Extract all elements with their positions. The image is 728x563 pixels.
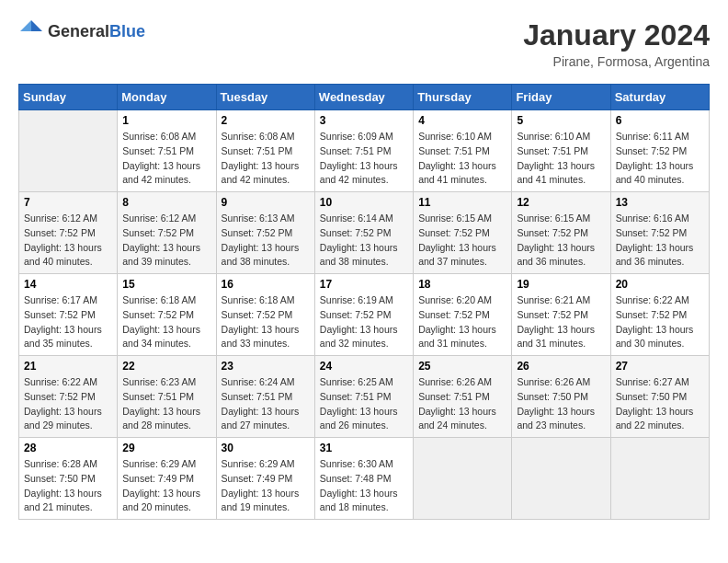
day-number: 29 (122, 442, 210, 454)
day-number: 4 (418, 114, 506, 127)
calendar-cell: 4Sunrise: 6:10 AM Sunset: 7:51 PM Daylig… (414, 110, 512, 192)
day-info: Sunrise: 6:13 AM Sunset: 7:52 PM Dayligh… (222, 212, 310, 270)
day-info: Sunrise: 6:18 AM Sunset: 7:52 PM Dayligh… (122, 293, 210, 351)
week-row-2: 7Sunrise: 6:12 AM Sunset: 7:52 PM Daylig… (19, 192, 710, 274)
day-info: Sunrise: 6:15 AM Sunset: 7:52 PM Dayligh… (517, 212, 605, 270)
day-number: 21 (24, 360, 112, 373)
calendar-table: SundayMondayTuesdayWednesdayThursdayFrid… (18, 84, 710, 520)
day-number: 18 (418, 278, 506, 291)
day-number: 22 (122, 360, 210, 373)
logo-text: GeneralBlue (48, 22, 145, 41)
week-row-5: 28Sunrise: 6:28 AM Sunset: 7:50 PM Dayli… (19, 438, 710, 520)
calendar-cell: 13Sunrise: 6:16 AM Sunset: 7:52 PM Dayli… (610, 192, 709, 274)
day-number: 16 (222, 278, 310, 291)
day-info: Sunrise: 6:23 AM Sunset: 7:51 PM Dayligh… (122, 375, 210, 433)
day-number: 27 (616, 360, 704, 373)
day-info: Sunrise: 6:12 AM Sunset: 7:52 PM Dayligh… (24, 212, 112, 270)
calendar-cell: 21Sunrise: 6:22 AM Sunset: 7:52 PM Dayli… (19, 356, 118, 438)
day-number: 30 (222, 442, 310, 454)
calendar-cell: 11Sunrise: 6:15 AM Sunset: 7:52 PM Dayli… (414, 192, 512, 274)
day-info: Sunrise: 6:20 AM Sunset: 7:52 PM Dayligh… (418, 293, 506, 351)
calendar-cell: 6Sunrise: 6:11 AM Sunset: 7:52 PM Daylig… (610, 110, 709, 192)
day-number: 20 (616, 278, 704, 291)
day-number: 8 (122, 196, 210, 209)
day-info: Sunrise: 6:19 AM Sunset: 7:52 PM Dayligh… (320, 293, 408, 351)
weekday-header-monday: Monday (118, 85, 216, 110)
day-number: 19 (517, 278, 605, 291)
day-info: Sunrise: 6:18 AM Sunset: 7:52 PM Dayligh… (222, 293, 310, 351)
week-row-4: 21Sunrise: 6:22 AM Sunset: 7:52 PM Dayli… (19, 356, 710, 438)
day-number: 24 (320, 360, 408, 373)
day-info: Sunrise: 6:08 AM Sunset: 7:51 PM Dayligh… (122, 130, 210, 188)
logo-blue: Blue (109, 22, 145, 40)
calendar-cell: 15Sunrise: 6:18 AM Sunset: 7:52 PM Dayli… (118, 274, 216, 356)
day-info: Sunrise: 6:29 AM Sunset: 7:49 PM Dayligh… (122, 457, 210, 515)
day-number: 17 (320, 278, 408, 291)
day-number: 26 (517, 360, 605, 373)
day-info: Sunrise: 6:29 AM Sunset: 7:49 PM Dayligh… (222, 457, 310, 515)
weekday-header-friday: Friday (512, 85, 610, 110)
weekday-header-thursday: Thursday (414, 85, 512, 110)
day-info: Sunrise: 6:26 AM Sunset: 7:51 PM Dayligh… (418, 375, 506, 433)
day-info: Sunrise: 6:30 AM Sunset: 7:48 PM Dayligh… (320, 457, 408, 515)
logo: GeneralBlue (18, 18, 145, 44)
day-number: 31 (320, 442, 408, 454)
day-info: Sunrise: 6:14 AM Sunset: 7:52 PM Dayligh… (320, 212, 408, 270)
calendar-cell: 31Sunrise: 6:30 AM Sunset: 7:48 PM Dayli… (314, 438, 413, 520)
calendar-cell: 2Sunrise: 6:08 AM Sunset: 7:51 PM Daylig… (216, 110, 314, 192)
weekday-header-wednesday: Wednesday (314, 85, 413, 110)
calendar-cell: 26Sunrise: 6:26 AM Sunset: 7:50 PM Dayli… (512, 356, 610, 438)
calendar-cell: 30Sunrise: 6:29 AM Sunset: 7:49 PM Dayli… (216, 438, 314, 520)
calendar-cell: 22Sunrise: 6:23 AM Sunset: 7:51 PM Dayli… (118, 356, 216, 438)
day-number: 13 (616, 196, 704, 209)
svg-marker-0 (31, 20, 42, 31)
calendar-cell: 18Sunrise: 6:20 AM Sunset: 7:52 PM Dayli… (414, 274, 512, 356)
day-info: Sunrise: 6:27 AM Sunset: 7:50 PM Dayligh… (616, 375, 704, 433)
day-info: Sunrise: 6:22 AM Sunset: 7:52 PM Dayligh… (616, 293, 704, 351)
day-info: Sunrise: 6:15 AM Sunset: 7:52 PM Dayligh… (418, 212, 506, 270)
day-number: 5 (517, 114, 605, 127)
day-number: 1 (122, 114, 210, 127)
day-info: Sunrise: 6:10 AM Sunset: 7:51 PM Dayligh… (418, 130, 506, 188)
day-number: 9 (222, 196, 310, 209)
calendar-cell: 17Sunrise: 6:19 AM Sunset: 7:52 PM Dayli… (314, 274, 413, 356)
calendar-cell: 23Sunrise: 6:24 AM Sunset: 7:51 PM Dayli… (216, 356, 314, 438)
day-number: 23 (222, 360, 310, 373)
calendar-cell (19, 110, 118, 192)
day-info: Sunrise: 6:25 AM Sunset: 7:51 PM Dayligh… (320, 375, 408, 433)
month-year-title: January 2024 (523, 18, 710, 52)
day-info: Sunrise: 6:10 AM Sunset: 7:51 PM Dayligh… (517, 130, 605, 188)
calendar-cell: 5Sunrise: 6:10 AM Sunset: 7:51 PM Daylig… (512, 110, 610, 192)
day-number: 2 (222, 114, 310, 127)
calendar-cell: 25Sunrise: 6:26 AM Sunset: 7:51 PM Dayli… (414, 356, 512, 438)
day-number: 25 (418, 360, 506, 373)
weekday-header-tuesday: Tuesday (216, 85, 314, 110)
week-row-3: 14Sunrise: 6:17 AM Sunset: 7:52 PM Dayli… (19, 274, 710, 356)
day-info: Sunrise: 6:08 AM Sunset: 7:51 PM Dayligh… (222, 130, 310, 188)
day-info: Sunrise: 6:26 AM Sunset: 7:50 PM Dayligh… (517, 375, 605, 433)
title-block: January 2024 Pirane, Formosa, Argentina (523, 18, 710, 69)
page-header: GeneralBlue January 2024 Pirane, Formosa… (18, 18, 710, 69)
day-info: Sunrise: 6:11 AM Sunset: 7:52 PM Dayligh… (616, 130, 704, 188)
day-info: Sunrise: 6:16 AM Sunset: 7:52 PM Dayligh… (616, 212, 704, 270)
calendar-cell: 1Sunrise: 6:08 AM Sunset: 7:51 PM Daylig… (118, 110, 216, 192)
day-info: Sunrise: 6:28 AM Sunset: 7:50 PM Dayligh… (24, 457, 112, 515)
logo-general: General (48, 22, 109, 40)
calendar-cell: 16Sunrise: 6:18 AM Sunset: 7:52 PM Dayli… (216, 274, 314, 356)
day-info: Sunrise: 6:22 AM Sunset: 7:52 PM Dayligh… (24, 375, 112, 433)
calendar-cell: 10Sunrise: 6:14 AM Sunset: 7:52 PM Dayli… (314, 192, 413, 274)
day-number: 10 (320, 196, 408, 209)
logo-icon (18, 18, 44, 44)
calendar-cell: 28Sunrise: 6:28 AM Sunset: 7:50 PM Dayli… (19, 438, 118, 520)
weekday-header-saturday: Saturday (610, 85, 709, 110)
week-row-1: 1Sunrise: 6:08 AM Sunset: 7:51 PM Daylig… (19, 110, 710, 192)
location-subtitle: Pirane, Formosa, Argentina (523, 54, 710, 69)
day-info: Sunrise: 6:17 AM Sunset: 7:52 PM Dayligh… (24, 293, 112, 351)
day-number: 12 (517, 196, 605, 209)
day-info: Sunrise: 6:12 AM Sunset: 7:52 PM Dayligh… (122, 212, 210, 270)
calendar-cell: 8Sunrise: 6:12 AM Sunset: 7:52 PM Daylig… (118, 192, 216, 274)
calendar-cell: 7Sunrise: 6:12 AM Sunset: 7:52 PM Daylig… (19, 192, 118, 274)
weekday-header-sunday: Sunday (19, 85, 118, 110)
calendar-cell: 9Sunrise: 6:13 AM Sunset: 7:52 PM Daylig… (216, 192, 314, 274)
day-number: 15 (122, 278, 210, 291)
